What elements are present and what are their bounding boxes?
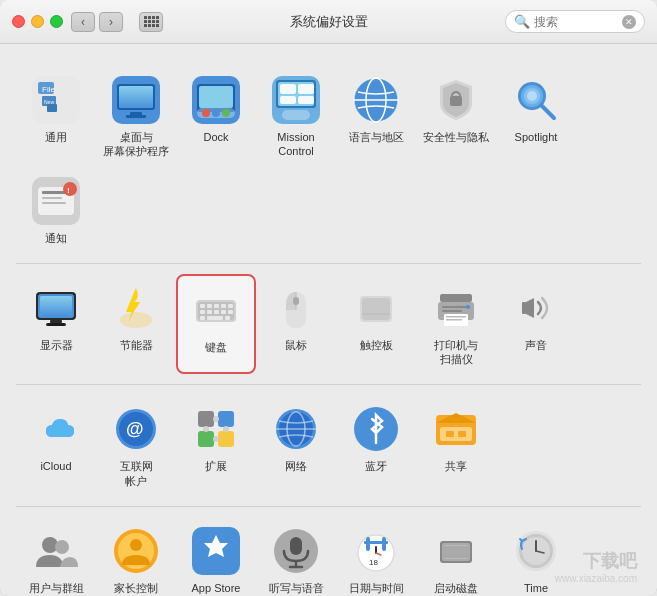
dictation-icon	[270, 525, 322, 577]
datetime-label: 日期与时间	[349, 581, 404, 595]
svg-point-37	[527, 91, 537, 101]
dictation-label: 听写与语音	[269, 581, 324, 595]
printer-label: 打印机与 扫描仪	[434, 338, 478, 367]
energy-label: 节能器	[120, 338, 153, 352]
pref-printer[interactable]: 打印机与 扫描仪	[416, 274, 496, 375]
pref-network[interactable]: 网络	[256, 395, 336, 496]
dock-label: Dock	[203, 130, 228, 144]
pref-trackpad[interactable]: 触控板	[336, 274, 416, 375]
svg-rect-42	[42, 202, 66, 204]
minimize-button[interactable]	[31, 15, 44, 28]
pref-keyboard[interactable]: 键盘	[176, 274, 256, 375]
svg-rect-24	[280, 96, 296, 104]
pref-datetime[interactable]: 18 日期与时间	[336, 517, 416, 596]
grid-icon	[144, 16, 159, 27]
chevron-left-icon: ‹	[81, 15, 85, 29]
energy-icon	[110, 282, 162, 334]
svg-rect-72	[440, 294, 472, 302]
pref-startup[interactable]: 启动磁盘	[416, 517, 496, 596]
extensions-icon	[190, 403, 242, 455]
svg-rect-11	[126, 115, 146, 118]
pref-users[interactable]: 用户与群组	[16, 517, 96, 596]
startup-label: 启动磁盘	[434, 581, 478, 595]
pref-appstore[interactable]: App Store	[176, 517, 256, 596]
svg-rect-98	[440, 427, 472, 441]
svg-point-16	[202, 109, 210, 117]
grid-view-button[interactable]	[139, 12, 163, 32]
svg-point-43	[63, 182, 77, 196]
notifications-label: 通知	[45, 231, 67, 245]
bluetooth-icon	[350, 403, 402, 455]
svg-rect-50	[46, 323, 66, 326]
mouse-icon	[270, 282, 322, 334]
svg-rect-75	[442, 310, 462, 312]
pref-displays[interactable]: 显示器	[16, 274, 96, 375]
spotlight-icon	[510, 74, 562, 126]
close-button[interactable]	[12, 15, 25, 28]
mission-control-label: Mission Control	[277, 130, 314, 159]
svg-rect-100	[458, 431, 466, 437]
desktop-icon	[110, 74, 162, 126]
pref-parental[interactable]: 家长控制	[96, 517, 176, 596]
sharing-icon	[430, 403, 482, 455]
svg-rect-55	[207, 304, 212, 308]
svg-rect-84	[198, 411, 214, 427]
svg-rect-87	[218, 431, 234, 447]
svg-rect-14	[199, 86, 233, 108]
maximize-button[interactable]	[50, 15, 63, 28]
svg-point-79	[466, 305, 470, 309]
security-icon	[430, 74, 482, 126]
svg-point-88	[213, 416, 219, 422]
search-box[interactable]: 🔍 ✕	[505, 10, 645, 33]
section-internet: iCloud @ 互联网 帐户	[16, 385, 641, 507]
pref-language[interactable]: 语言与地区	[336, 66, 416, 167]
svg-point-102	[55, 540, 69, 554]
svg-point-91	[223, 426, 229, 432]
svg-rect-57	[221, 304, 226, 308]
back-button[interactable]: ‹	[71, 12, 95, 32]
pref-security[interactable]: 安全性与隐私	[416, 66, 496, 167]
svg-point-18	[222, 109, 230, 117]
svg-text:18: 18	[369, 558, 378, 567]
pref-dock[interactable]: Dock	[176, 66, 256, 167]
svg-rect-62	[221, 310, 226, 314]
pref-bluetooth[interactable]: 蓝牙	[336, 395, 416, 496]
system-preferences-window: ‹ › 系统偏好设置 🔍 ✕	[0, 0, 657, 596]
svg-rect-60	[207, 310, 212, 314]
search-input[interactable]	[534, 15, 618, 29]
pref-dictation[interactable]: 听写与语音	[256, 517, 336, 596]
users-icon	[30, 525, 82, 577]
internet-icon: @	[110, 403, 162, 455]
pref-sharing[interactable]: 共享	[416, 395, 496, 496]
forward-button[interactable]: ›	[99, 12, 123, 32]
svg-point-89	[203, 426, 209, 432]
pref-extensions[interactable]: 扩展	[176, 395, 256, 496]
search-clear-button[interactable]: ✕	[622, 15, 636, 29]
pref-desktop[interactable]: 桌面与 屏幕保护程序	[96, 66, 176, 167]
svg-rect-80	[522, 302, 526, 314]
pref-icloud[interactable]: iCloud	[16, 395, 96, 496]
startup-icon	[430, 525, 482, 577]
pref-sound[interactable]: 声音	[496, 274, 576, 375]
svg-rect-70	[362, 298, 390, 320]
pref-internet[interactable]: @ 互联网 帐户	[96, 395, 176, 496]
appstore-icon	[190, 525, 242, 577]
window-title: 系统偏好设置	[290, 13, 368, 31]
pref-mission-control[interactable]: Mission Control	[256, 66, 336, 167]
svg-rect-66	[225, 316, 230, 320]
watermark: 下载吧 www.xiazaiba.com	[555, 549, 637, 584]
pref-mouse[interactable]: 鼠标	[256, 274, 336, 375]
svg-rect-108	[290, 537, 302, 555]
pref-energy[interactable]: 节能器	[96, 274, 176, 375]
svg-rect-74	[442, 306, 470, 308]
pref-general[interactable]: File New 通用	[16, 66, 96, 167]
network-label: 网络	[285, 459, 307, 473]
svg-rect-77	[446, 316, 466, 318]
preferences-content: File New 通用	[0, 44, 657, 596]
displays-icon	[30, 282, 82, 334]
pref-notifications[interactable]: ! 通知	[16, 167, 96, 253]
svg-rect-78	[446, 319, 462, 321]
sound-icon	[510, 282, 562, 334]
pref-spotlight[interactable]: Spotlight	[496, 66, 576, 167]
trackpad-label: 触控板	[360, 338, 393, 352]
